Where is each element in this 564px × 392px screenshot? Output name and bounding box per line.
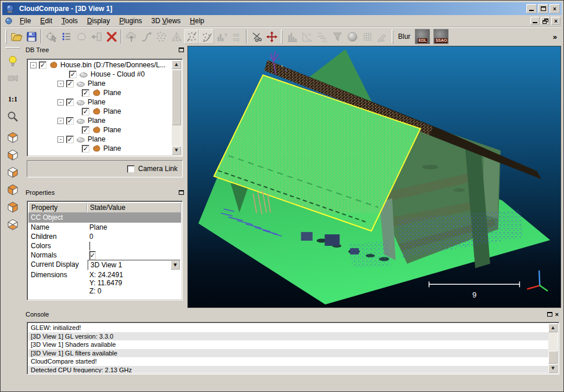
menu-plugins[interactable]: Plugins (114, 16, 146, 26)
toolbar-handle[interactable] (392, 30, 393, 43)
cloud-mesh-distance-button[interactable] (199, 29, 214, 44)
tree-row[interactable]: ✓Plane (28, 125, 172, 135)
visibility-checkbox[interactable]: ✓ (66, 80, 74, 88)
filter-funnel-button[interactable] (330, 29, 345, 44)
tree-row[interactable]: -✓Plane (28, 79, 172, 88)
properties-col-value[interactable]: State/Value (87, 202, 181, 213)
visibility-checkbox[interactable]: ✓ (82, 126, 89, 134)
scroll-up-icon[interactable]: ▲ (548, 324, 558, 332)
tree-row[interactable]: -✓Plane (28, 135, 172, 144)
properties-button[interactable] (59, 29, 74, 44)
zoom-fit-button[interactable] (5, 109, 20, 124)
save-button[interactable] (24, 29, 39, 44)
segment-button[interactable] (249, 29, 264, 44)
view-left-button[interactable] (5, 165, 20, 180)
maximize-button[interactable] (538, 4, 548, 13)
console-scrollbar[interactable]: ▲ ▼ (548, 324, 558, 373)
toolbar-handle[interactable] (281, 30, 283, 43)
subsample-button[interactable] (154, 29, 169, 44)
menu-help[interactable]: Help (185, 16, 209, 26)
tree-row[interactable]: -✓House.bin (D:/These/Donnees/L... (28, 60, 172, 70)
toolbar-overflow-button[interactable]: » (549, 32, 561, 41)
menu-display[interactable]: Display (82, 16, 114, 26)
expander-icon[interactable]: - (57, 118, 64, 124)
visibility-checkbox[interactable]: ✓ (66, 117, 74, 125)
ssao-shader-button[interactable]: SSAO (433, 29, 449, 44)
visibility-checkbox[interactable]: ✓ (69, 71, 77, 78)
statistics-button[interactable]: ? (214, 29, 229, 44)
tree-row[interactable]: ✓Plane (28, 107, 172, 116)
scroll-down-icon[interactable]: ▼ (548, 364, 558, 373)
menu-tools[interactable]: Tools (57, 16, 82, 26)
title-bar[interactable]: CloudCompare - [3D View 1] × (2, 2, 562, 15)
apply-transformation-button[interactable] (89, 29, 104, 44)
menu-file[interactable]: File (15, 16, 35, 26)
visibility-checkbox[interactable]: ✓ (66, 99, 74, 106)
console-title-bar[interactable]: Console × (23, 310, 561, 319)
minimize-button[interactable] (526, 4, 537, 13)
view-toolbar-handle[interactable] (5, 47, 20, 49)
open-button[interactable] (9, 29, 24, 44)
scrollbar-thumb[interactable] (548, 351, 558, 364)
tree-row[interactable]: -✓Plane (28, 97, 172, 107)
visibility-checkbox[interactable]: ✓ (66, 136, 74, 143)
db-tree-float-icon[interactable] (179, 48, 184, 52)
sphere-button[interactable] (345, 29, 360, 44)
visibility-checkbox[interactable]: ✓ (39, 61, 46, 69)
current-display-dropdown[interactable]: 3D View 1▼ (88, 260, 180, 270)
toolbar-handle[interactable] (5, 30, 7, 43)
tree-row[interactable]: ✓Plane (28, 88, 172, 97)
histogram-button[interactable] (284, 29, 299, 44)
expander-icon[interactable]: - (57, 81, 64, 87)
edit-sf-button[interactable]: dit (375, 29, 390, 44)
chevron-down-icon[interactable]: ▼ (171, 260, 180, 270)
cloud-cloud-distance-button[interactable] (184, 29, 199, 44)
mesh-button[interactable] (169, 29, 184, 44)
colors-checkbox[interactable] (89, 242, 91, 251)
delete-button[interactable] (104, 29, 119, 44)
scrollbar-thumb[interactable] (172, 70, 181, 125)
visibility-checkbox[interactable]: ✓ (82, 89, 89, 97)
mdi-minimize-button[interactable] (530, 17, 540, 25)
view-front-button[interactable] (5, 147, 20, 162)
translate-rotate-button[interactable] (264, 29, 279, 44)
scroll-up-icon[interactable]: ▲ (172, 60, 181, 69)
rasterize-button[interactable] (360, 29, 375, 44)
close-button[interactable]: × (549, 4, 560, 13)
render-to-file-button[interactable] (5, 71, 20, 86)
visibility-checkbox[interactable]: ✓ (82, 145, 89, 153)
compare-button[interactable]: CCCC (229, 29, 244, 44)
zoom-1-1-button[interactable]: 1:1 (5, 92, 20, 107)
expander-icon[interactable]: - (57, 99, 64, 106)
export-cloud-button[interactable] (124, 29, 139, 44)
expander-icon[interactable]: - (30, 62, 37, 68)
clone-button[interactable] (74, 29, 89, 44)
db-tree-scrollbar[interactable]: ▲ ▼ (172, 60, 181, 155)
tree-row[interactable]: -✓Plane (28, 116, 172, 125)
view-right-button[interactable] (5, 199, 20, 215)
normals-checkbox[interactable]: ✓ (89, 251, 96, 260)
menu-edit[interactable]: Edit (35, 16, 57, 26)
view-back-button[interactable] (5, 182, 20, 197)
console-close-icon[interactable]: × (555, 312, 559, 317)
view-top-button[interactable] (5, 130, 20, 145)
camera-link-checkbox[interactable] (127, 165, 135, 173)
menu-3d-views[interactable]: 3D Views (147, 16, 186, 26)
db-tree-title-bar[interactable]: DB Tree (23, 45, 186, 55)
properties-col-property[interactable]: Property (28, 202, 87, 213)
minmax-button[interactable]: minmax (314, 29, 330, 44)
mdi-close-button[interactable]: × (551, 17, 561, 25)
properties-title-bar[interactable]: Properties (23, 188, 186, 197)
tree-row[interactable]: ✓House - Cloud #0 (28, 70, 172, 79)
edl-shader-button[interactable]: EDL (415, 29, 430, 44)
properties-float-icon[interactable] (179, 190, 184, 195)
console-float-icon[interactable] (547, 312, 552, 317)
expander-icon[interactable]: - (57, 136, 64, 143)
set-light-button[interactable] (5, 53, 20, 68)
filter-by-value-button[interactable]: 1/d (299, 29, 314, 44)
mdi-restore-button[interactable] (541, 17, 550, 25)
view-bottom-button[interactable] (5, 217, 20, 232)
scroll-down-icon[interactable]: ▼ (172, 146, 181, 155)
3d-viewport[interactable]: 9 (187, 46, 561, 308)
pick-point-button[interactable] (44, 29, 59, 44)
